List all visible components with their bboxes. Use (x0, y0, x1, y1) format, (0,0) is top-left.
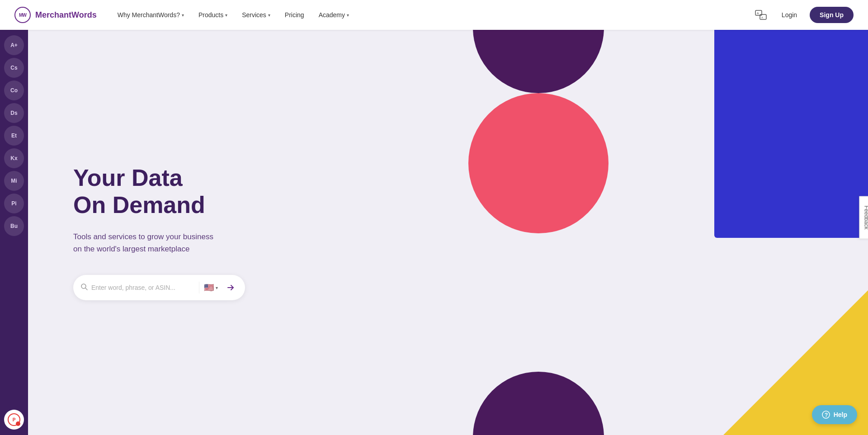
hero-right (448, 30, 868, 435)
chevron-down-icon: ▾ (225, 13, 227, 18)
search-bar: 🇺🇸 ▾ (73, 275, 245, 300)
logo-icon: MW (14, 7, 31, 23)
translate-button[interactable]: A A (753, 7, 769, 23)
hero-title: Your Data On Demand (73, 165, 412, 219)
svg-text:?: ? (825, 412, 828, 418)
feedback-tab[interactable]: Feedback (859, 196, 868, 239)
nav-pricing[interactable]: Pricing (278, 8, 311, 22)
shape-top-purple-semicircle (473, 30, 604, 93)
nav-links: Why MerchantWords? ▾ Products ▾ Services… (111, 8, 753, 22)
login-button[interactable]: Login (776, 8, 802, 22)
nav-academy[interactable]: Academy ▾ (312, 8, 355, 22)
hero-subtitle: Tools and services to grow your business… (73, 231, 227, 255)
search-submit-button[interactable] (223, 280, 238, 295)
sidebar-item-0[interactable]: A+ (4, 35, 24, 55)
sidebar-item-3[interactable]: Ds (4, 103, 24, 123)
sidebar-item-1[interactable]: Cs (4, 58, 24, 78)
sidebar-item-6[interactable]: Mi (4, 171, 24, 191)
shape-bottom-purple-semicircle (473, 372, 604, 435)
chevron-down-icon: ▾ (347, 13, 349, 18)
logo-text: MerchantWords (35, 10, 97, 20)
sidebar-item-2[interactable]: Co (4, 80, 24, 100)
search-icon (80, 283, 88, 292)
chevron-down-icon: ▾ (182, 13, 184, 18)
help-button[interactable]: ? Help (812, 405, 857, 424)
shape-pink-circle (468, 93, 609, 233)
flag-selector[interactable]: 🇺🇸 ▾ (199, 282, 220, 293)
svg-text:A: A (761, 16, 763, 19)
navbar: MW MerchantWords Why MerchantWords? ▾ Pr… (0, 0, 868, 30)
sidebar-item-7[interactable]: Pi (4, 194, 24, 213)
search-input[interactable] (91, 284, 195, 291)
sidebar-item-8[interactable]: Bu (4, 216, 24, 236)
nav-services[interactable]: Services ▾ (236, 8, 277, 22)
svg-line-5 (85, 288, 87, 290)
logo-link[interactable]: MW MerchantWords (14, 7, 97, 23)
nav-why-merchantwords[interactable]: Why MerchantWords? ▾ (111, 8, 190, 22)
nav-products[interactable]: Products ▾ (192, 8, 234, 22)
main-content: Your Data On Demand Tools and services t… (28, 30, 868, 435)
hero-left: Your Data On Demand Tools and services t… (28, 30, 448, 435)
flag-icon: 🇺🇸 (204, 283, 214, 293)
sidebar: A+ Cs Co Ds Et Kx Mi Pi Bu P (0, 30, 28, 435)
sidebar-item-4[interactable]: Et (4, 126, 24, 146)
nav-actions: A A Login Sign Up (753, 7, 854, 23)
sidebar-pw-icon[interactable]: P (4, 410, 24, 430)
chevron-down-icon: ▾ (268, 13, 270, 18)
sidebar-item-5[interactable]: Kx (4, 148, 24, 168)
flag-chevron-icon: ▾ (216, 285, 218, 290)
svg-text:A: A (757, 12, 759, 15)
shape-blue-rectangle (714, 30, 868, 238)
signup-button[interactable]: Sign Up (810, 7, 854, 23)
